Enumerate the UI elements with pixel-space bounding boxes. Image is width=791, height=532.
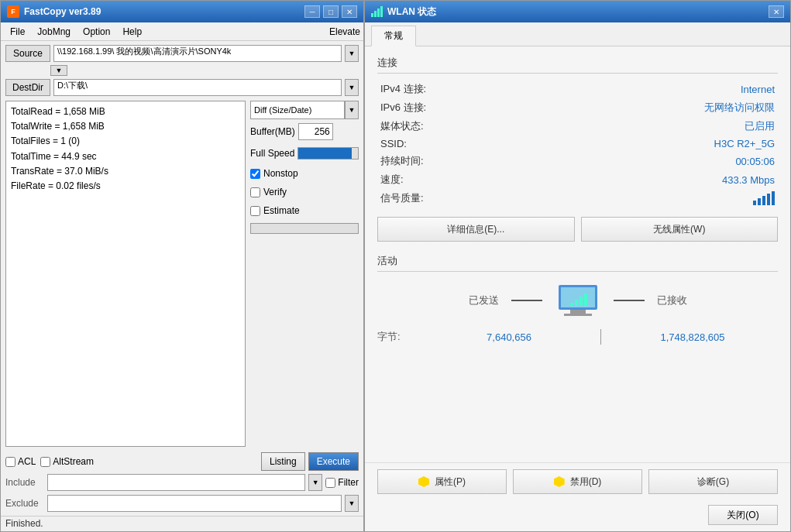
svg-rect-4: [570, 303, 573, 306]
diagnose-button[interactable]: 诊断(G): [648, 469, 778, 494]
media-value: 已启用: [470, 117, 778, 136]
diff-arrow[interactable]: ▼: [345, 101, 359, 119]
destdir-label[interactable]: DestDir: [5, 79, 50, 96]
wlan-bar-4: [380, 6, 383, 17]
menu-option[interactable]: Option: [77, 25, 116, 39]
svg-rect-2: [570, 310, 586, 314]
bytes-divider: [600, 329, 601, 345]
speed-row: Full Speed: [250, 144, 359, 163]
wlan-action-buttons: 详细信息(E)... 无线属性(W): [377, 217, 778, 242]
minimize-button[interactable]: ─: [304, 5, 320, 18]
source-dropdown[interactable]: ▼: [345, 45, 359, 62]
computer-icon: [555, 281, 601, 320]
altstream-checkbox[interactable]: [40, 457, 50, 467]
ipv6-label: IPv6 连接:: [377, 98, 470, 117]
details-button[interactable]: 详细信息(E)...: [377, 217, 575, 242]
fastcopy-content: Source \\192.168.1.99\ 我的视频\高清演示片\SONY4k…: [1, 41, 363, 516]
fastcopy-title-bar: F FastCopy ver3.89 ─ □ ✕: [1, 1, 363, 22]
wlan-app-icon: [371, 6, 383, 17]
stat-file-rate: FileRate = 0.02 files/s: [11, 179, 240, 194]
filter-checkbox[interactable]: [325, 478, 335, 488]
bytes-label: 字节:: [377, 330, 424, 344]
ipv6-value: 无网络访问权限: [470, 98, 778, 117]
execute-button[interactable]: Execute: [308, 452, 359, 471]
bytes-sent: 7,640,656: [424, 331, 594, 343]
stat-total-write: TotalWrite = 1,658 MiB: [11, 119, 240, 134]
estimate-checkbox[interactable]: [250, 206, 260, 216]
include-input[interactable]: [47, 474, 305, 491]
sig-bar-1: [753, 201, 756, 205]
properties-shield-icon: [418, 476, 429, 487]
exclude-row: Exclude ▼: [5, 494, 359, 513]
menu-jobmng[interactable]: JobMng: [31, 25, 77, 39]
wlan-title-bar: WLAN 状态 ✕: [365, 1, 790, 22]
ssid-label: SSID:: [377, 136, 470, 152]
connection-section-title: 连接: [377, 56, 778, 74]
signal-value: [470, 189, 778, 208]
ipv4-value: Internet: [470, 80, 778, 98]
verify-checkbox[interactable]: [250, 187, 260, 197]
svg-rect-5: [575, 300, 578, 306]
include-dropdown[interactable]: ▼: [308, 474, 322, 491]
media-row: 媒体状态: 已启用: [377, 117, 778, 136]
status-bar: Finished.: [1, 516, 363, 531]
verify-row: Verify: [250, 184, 359, 200]
properties-button[interactable]: 属性(P): [377, 469, 507, 494]
svg-rect-7: [584, 293, 587, 306]
exclude-input[interactable]: [47, 495, 342, 512]
wlan-bar-2: [374, 11, 377, 17]
nonstop-checkbox[interactable]: [250, 169, 260, 179]
close-button[interactable]: ✕: [342, 5, 357, 18]
filter-check: Filter: [325, 477, 359, 488]
estimate-row: Estimate: [250, 203, 359, 218]
ssid-row: SSID: H3C R2+_5G: [377, 136, 778, 152]
verify-label: Verify: [263, 187, 287, 197]
exclude-dropdown[interactable]: ▼: [345, 495, 359, 512]
disable-button[interactable]: 禁用(D): [513, 469, 642, 494]
duration-value: 00:05:06: [470, 152, 778, 170]
sig-bar-3: [762, 196, 765, 205]
wlan-content: 连接 IPv4 连接: Internet IPv6 连接: 无网络访问权限 媒体…: [365, 46, 790, 462]
altstream-row: AltStream: [40, 456, 94, 467]
source-small-dropdown[interactable]: ▼: [50, 65, 67, 76]
bottom-buttons: 属性(P) 禁用(D) 诊断(G): [365, 462, 790, 500]
speed-value: 433.3 Mbps: [470, 170, 778, 189]
close-row: 关闭(O): [365, 500, 790, 531]
ssid-value: H3C R2+_5G: [470, 136, 778, 152]
exclude-label: Exclude: [5, 498, 44, 509]
buffer-input[interactable]: [298, 123, 333, 140]
menu-help[interactable]: Help: [116, 25, 148, 39]
menu-elevate[interactable]: Elevate: [329, 26, 360, 37]
diff-select[interactable]: Diff (Size/Date): [250, 101, 345, 119]
destdir-dropdown[interactable]: ▼: [345, 79, 359, 96]
buffer-label: Buffer(MB): [250, 126, 295, 137]
sent-line: [511, 300, 542, 301]
svg-rect-3: [564, 314, 592, 316]
stat-total-time: TotalTime = 44.9 sec: [11, 149, 240, 164]
stat-total-files: TotalFiles = 1 (0): [11, 134, 240, 149]
sig-bar-4: [767, 194, 770, 205]
estimate-label: Estimate: [263, 205, 300, 216]
destdir-input[interactable]: D:\下载\: [53, 79, 342, 96]
ipv4-row: IPv4 连接: Internet: [377, 80, 778, 98]
acl-checkbox[interactable]: [5, 457, 15, 467]
bottom-row: ACL AltStream Listing Execute: [5, 452, 359, 471]
include-label: Include: [5, 477, 44, 488]
listing-button[interactable]: Listing: [261, 452, 305, 471]
maximize-button[interactable]: □: [323, 5, 339, 18]
wlan-bar-1: [371, 13, 373, 17]
menu-file[interactable]: File: [4, 25, 31, 39]
wlan-close-btn[interactable]: 关闭(O): [708, 505, 778, 525]
sent-label: 已发送: [469, 293, 499, 307]
wlan-close-button[interactable]: ✕: [769, 5, 784, 18]
svg-rect-6: [579, 297, 583, 306]
wlan-title: WLAN 状态: [387, 5, 436, 19]
source-label[interactable]: Source: [5, 45, 50, 62]
source-input[interactable]: \\192.168.1.99\ 我的视频\高清演示片\SONY4k: [53, 45, 342, 62]
activity-section-title: 活动: [377, 254, 778, 272]
tab-general[interactable]: 常规: [371, 26, 416, 46]
fastcopy-title-controls: ─ □ ✕: [304, 5, 357, 18]
wireless-props-button[interactable]: 无线属性(W): [581, 217, 779, 242]
fastcopy-title: FastCopy ver3.89: [24, 6, 101, 17]
progress-bar: [250, 223, 359, 234]
